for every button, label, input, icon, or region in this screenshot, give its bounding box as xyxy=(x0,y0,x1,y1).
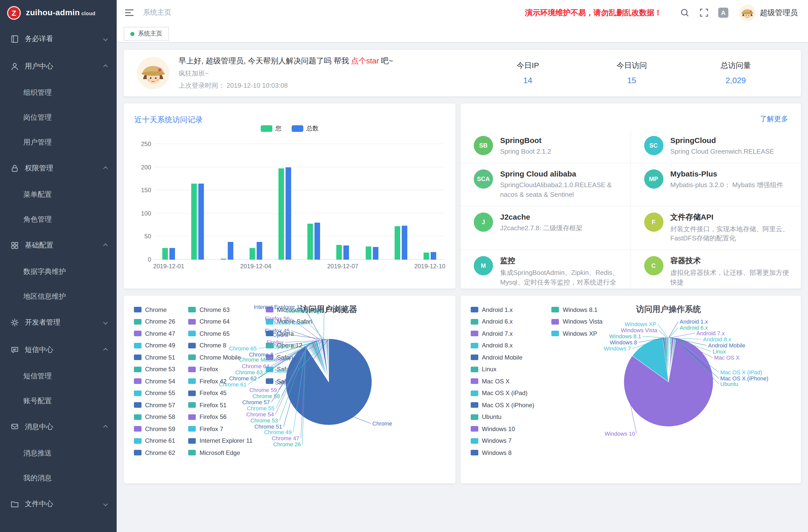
feature-body: Mybatis-PlusMybatis-plus 3.2.0： Mybatis … xyxy=(670,169,783,200)
sidebar-subitem-6-1[interactable]: 我的消息 xyxy=(0,465,117,491)
legend-item-您[interactable]: 您 xyxy=(261,124,281,133)
legend-item-safari[interactable]: Safari xyxy=(266,351,348,363)
legend-item-chrome-57[interactable]: Chrome 57 xyxy=(134,399,175,411)
sidebar-subitem-5-0[interactable]: 短信管理 xyxy=(0,364,117,388)
legend-item-linux[interactable]: Linux xyxy=(471,363,534,375)
legend-item-opera-12[interactable]: Opera 12 xyxy=(266,340,348,351)
legend-item-firefox-7[interactable]: Firefox 7 xyxy=(188,423,253,435)
feature-badge: M xyxy=(474,256,493,275)
legend-item-chrome-8[interactable]: Chrome 8 xyxy=(188,340,253,351)
legend-item-firefox-45[interactable]: Firefox 45 xyxy=(188,387,253,399)
legend-item-android-6-x[interactable]: Android 6.x xyxy=(471,316,534,328)
legend-item-mac-os-x-iphone[interactable]: Mac OS X (iPhone) xyxy=(471,399,534,411)
y-tick-label: 200 xyxy=(141,164,151,171)
sidebar-subitem-1-2[interactable]: 用户管理 xyxy=(0,130,117,155)
sidebar-subitem-6-0[interactable]: 消息推送 xyxy=(0,441,117,465)
sidebar-subitem-5-1[interactable]: 账号配置 xyxy=(0,388,117,413)
collapse-sidebar-icon[interactable] xyxy=(124,7,135,18)
legend-label: Linux xyxy=(482,366,496,373)
feature-badge: SB xyxy=(474,136,493,155)
legend-item-chrome-63[interactable]: Chrome 63 xyxy=(188,304,253,316)
legend-item-chrome-61[interactable]: Chrome 61 xyxy=(134,435,175,447)
legend-item-chrome-64[interactable]: Chrome 64 xyxy=(188,316,253,328)
legend-label: Firefox 51 xyxy=(200,402,227,409)
legend-item-firefox-42[interactable]: Firefox 42 xyxy=(188,375,253,387)
legend-item-safari-9[interactable]: Safari 9 xyxy=(266,375,348,387)
pie-label-android-6-x: Android 6.x xyxy=(680,325,708,331)
legend-item-chrome-mobile[interactable]: Chrome Mobile xyxy=(188,351,253,363)
legend-item-android-mobile[interactable]: Android Mobile xyxy=(471,351,534,363)
legend-item-chrome-51[interactable]: Chrome 51 xyxy=(134,351,175,363)
legend-item-chrome-53[interactable]: Chrome 53 xyxy=(134,363,175,375)
avatar[interactable] xyxy=(739,4,756,21)
main-content: 早上好, 超级管理员, 今天帮别人解决问题了吗 帮我 点个star 吧~ 疯狂加… xyxy=(117,42,808,532)
sidebar-subitem-2-1[interactable]: 角色管理 xyxy=(0,207,117,232)
sidebar-subitem-2-0[interactable]: 菜单配置 xyxy=(0,182,117,207)
sidebar-item-2[interactable]: 权限管理 xyxy=(0,155,117,182)
legend-item-android-7-x[interactable]: Android 7.x xyxy=(471,328,534,340)
pie-slice-windows-8 xyxy=(663,337,669,382)
demo-warning-text: 演示环境维护不易，请勿乱删乱改数据！ xyxy=(525,8,662,18)
legend-item-internet-explorer-11[interactable]: Internet Explorer 11 xyxy=(188,435,253,447)
sidebar-item-3[interactable]: 基础配置 xyxy=(0,232,117,259)
legend-item-chrome-55[interactable]: Chrome 55 xyxy=(134,387,175,399)
star-link[interactable]: 点个star xyxy=(351,56,379,65)
legend-item-windows-xp[interactable]: Windows XP xyxy=(552,328,603,340)
legend-item-mobile-safari[interactable]: Mobile Safari xyxy=(266,316,348,328)
legend-item-chrome-62[interactable]: Chrome 62 xyxy=(134,447,175,459)
sidebar-subitem-1-0[interactable]: 组织管理 xyxy=(0,80,117,105)
learn-more-link[interactable]: 了解更多 xyxy=(760,115,788,124)
feature-body: 文件存储API封装文件接口，实现本地存储、阿里云、FastDFS存储的配置化 xyxy=(670,212,793,243)
legend-swatch xyxy=(134,379,142,384)
legend-item-firefox-51[interactable]: Firefox 51 xyxy=(188,399,253,411)
sidebar-subitem-3-0[interactable]: 数据字典维护 xyxy=(0,259,117,284)
legend-label: Windows 8.1 xyxy=(563,306,598,313)
legend-item-windows-8-1[interactable]: Windows 8.1 xyxy=(552,304,603,316)
username[interactable]: 超级管理员 xyxy=(760,8,798,18)
legend-swatch xyxy=(134,367,142,372)
legend-item-mac-os-x-ipad[interactable]: Mac OS X (iPad) xyxy=(471,387,534,399)
legend-label: Chrome 64 xyxy=(200,318,230,325)
tab-home[interactable]: 系统主页 xyxy=(124,27,169,41)
sidebar-item-6[interactable]: 消息中心 xyxy=(0,413,117,441)
legend-item-firefox[interactable]: Firefox xyxy=(188,363,253,375)
pie-label-windows-8-1: Windows 8.1 xyxy=(609,333,641,339)
sidebar-item-4[interactable]: 开发者管理 xyxy=(0,309,117,336)
legend-item-chrome-58[interactable]: Chrome 58 xyxy=(134,411,175,423)
visit-chart-legend: 您总数 xyxy=(124,124,456,133)
legend-item-chrome-47[interactable]: Chrome 47 xyxy=(134,328,175,340)
legend-item-android-1-x[interactable]: Android 1.x xyxy=(471,304,534,316)
sidebar-item-1[interactable]: 用户中心 xyxy=(0,53,117,80)
charts-row: 近十天系统访问记录 您总数 050100150200250 2019-12-01… xyxy=(124,104,801,289)
legend-item-windows-8[interactable]: Windows 8 xyxy=(471,447,534,459)
legend-item-firefox-56[interactable]: Firefox 56 xyxy=(188,411,253,423)
pie-label-chrome: Chrome xyxy=(372,420,392,426)
legend-item-android-8-x[interactable]: Android 8.x xyxy=(471,340,534,351)
legend-item-opera[interactable]: Opera xyxy=(266,328,348,340)
fullscreen-icon[interactable] xyxy=(699,7,709,18)
legend-item-safari-11[interactable]: Safari 11 xyxy=(266,363,348,375)
font-size-icon[interactable]: A xyxy=(718,7,728,18)
logo[interactable]: Z zuihou-admincloud xyxy=(0,0,117,25)
legend-item-总数[interactable]: 总数 xyxy=(292,124,318,133)
legend-item-chrome-59[interactable]: Chrome 59 xyxy=(134,423,175,435)
legend-item-microsoft-edge[interactable]: Microsoft Edge xyxy=(188,447,253,459)
breadcrumb[interactable]: 系统主页 xyxy=(143,8,171,17)
legend-item-windows-7[interactable]: Windows 7 xyxy=(471,435,534,447)
legend-item-chrome-49[interactable]: Chrome 49 xyxy=(134,340,175,351)
legend-item-chrome-26[interactable]: Chrome 26 xyxy=(134,316,175,328)
sidebar-item-7[interactable]: 文件中心 xyxy=(0,491,117,518)
legend-item-windows-10[interactable]: Windows 10 xyxy=(471,423,534,435)
legend-item-chrome-54[interactable]: Chrome 54 xyxy=(134,375,175,387)
legend-item-mac-os-x[interactable]: Mac OS X xyxy=(471,375,534,387)
legend-item-ubuntu[interactable]: Ubuntu xyxy=(471,411,534,423)
sidebar-subitem-3-1[interactable]: 地区信息维护 xyxy=(0,284,117,309)
legend-item-chrome-65[interactable]: Chrome 65 xyxy=(188,328,253,340)
search-icon[interactable] xyxy=(680,7,690,18)
sidebar-item-0[interactable]: 务必详看 xyxy=(0,25,117,53)
sidebar-subitem-1-1[interactable]: 岗位管理 xyxy=(0,105,117,130)
legend-item-windows-vista[interactable]: Windows Vista xyxy=(552,316,603,328)
sidebar-item-5[interactable]: 短信中心 xyxy=(0,336,117,364)
legend-label: Chrome 57 xyxy=(145,402,175,409)
legend-item-chrome[interactable]: Chrome xyxy=(134,304,175,316)
